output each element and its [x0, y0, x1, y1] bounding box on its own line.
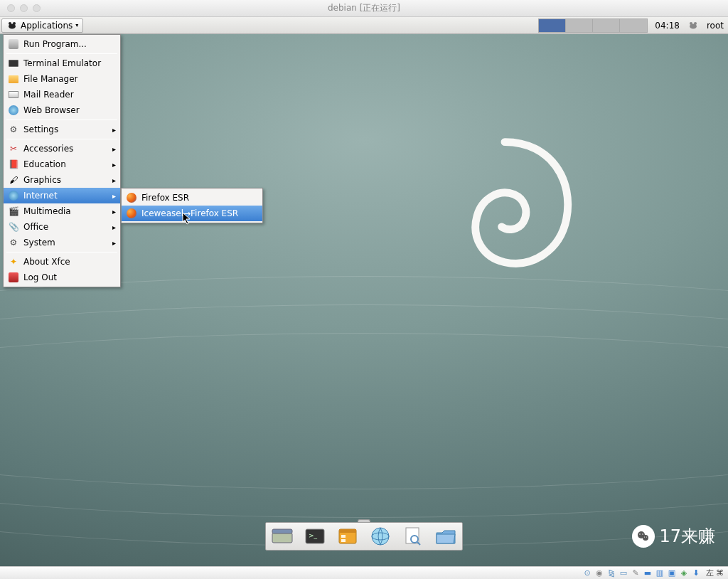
menu-label: Office — [23, 222, 48, 232]
svg-rect-12 — [272, 533, 292, 543]
svg-line-24 — [417, 542, 420, 545]
system-icon: ⚙ — [8, 237, 19, 248]
wechat-icon — [632, 525, 655, 548]
workspace-3[interactable] — [593, 19, 620, 32]
menu-separator — [6, 252, 117, 253]
video-icon[interactable]: ▣ — [667, 568, 678, 578]
menu-web-browser[interactable]: Web Browser — [4, 102, 120, 118]
menu-label: About Xfce — [23, 257, 70, 267]
svg-point-7 — [643, 535, 648, 541]
chevron-right-icon — [112, 124, 116, 134]
svg-rect-18 — [341, 535, 346, 538]
chevron-right-icon — [112, 222, 116, 232]
folder-icon — [8, 73, 19, 85]
menu-internet[interactable]: Internet — [4, 188, 120, 203]
dock-file-manager[interactable] — [334, 526, 361, 547]
menu-settings[interactable]: ⚙ Settings — [4, 122, 120, 137]
min-dot[interactable] — [20, 4, 28, 12]
menu-accessories[interactable]: ✂ Accessories — [4, 141, 120, 156]
watermark-text: 17来赚 — [659, 525, 715, 548]
svg-point-9 — [643, 533, 644, 535]
optical-icon[interactable]: ◉ — [594, 568, 605, 578]
menu-label: Accessories — [23, 144, 73, 154]
svg-point-20 — [372, 528, 389, 545]
menu-chevron-icon: ▾ — [75, 22, 78, 28]
chevron-right-icon — [112, 159, 116, 169]
dock-home-folder[interactable] — [432, 526, 459, 547]
workspace-4[interactable] — [620, 19, 647, 32]
menu-terminal[interactable]: Terminal Emulator — [4, 55, 120, 71]
menu-label: Mail Reader — [23, 90, 74, 100]
zoom-dot[interactable] — [33, 4, 41, 12]
audio-icon[interactable]: ✎ — [631, 568, 641, 578]
dock-find[interactable] — [400, 526, 427, 547]
network-icon[interactable]: ▥ — [655, 568, 665, 578]
action-button-icon[interactable] — [687, 19, 700, 32]
shared-folder-icon[interactable]: ▭ — [619, 568, 629, 578]
menu-about-xfce[interactable]: ✦ About Xfce — [4, 254, 120, 270]
workspace-2[interactable] — [566, 19, 593, 32]
submenu-firefox-esr[interactable]: Firefox ESR — [122, 190, 262, 206]
applications-menu-button[interactable]: Applications ▾ — [1, 18, 83, 33]
chevron-right-icon — [112, 144, 116, 154]
host-key-label: 左 ⌘ — [706, 568, 724, 578]
menu-graphics[interactable]: 🖌 Graphics — [4, 172, 120, 188]
xfce-mouse-icon — [6, 20, 18, 31]
recording-icon[interactable]: ◈ — [679, 568, 690, 578]
menu-mail-reader[interactable]: Mail Reader — [4, 87, 120, 102]
chevron-right-icon — [112, 238, 116, 248]
firefox-icon — [126, 208, 137, 219]
svg-rect-17 — [339, 529, 356, 533]
chevron-right-icon — [112, 191, 116, 201]
dock-show-desktop[interactable] — [269, 526, 296, 547]
host-titlebar: debian [正在运行] — [0, 0, 728, 17]
menu-multimedia[interactable]: 🎬 Multimedia — [4, 203, 120, 219]
svg-point-8 — [640, 533, 641, 535]
dock-terminal[interactable]: >_ — [301, 526, 328, 547]
menu-label: Run Program... — [23, 39, 87, 49]
education-icon: 📕 — [8, 159, 19, 170]
display-icon[interactable]: ▬ — [643, 568, 653, 578]
accessories-icon: ✂ — [8, 143, 19, 154]
menu-office[interactable]: 📎 Office — [4, 219, 120, 235]
mail-icon — [8, 89, 19, 100]
dock-web-browser[interactable] — [367, 526, 394, 547]
bottom-dock: >_ — [265, 519, 463, 551]
svg-rect-13 — [272, 529, 292, 533]
panel-user[interactable]: root — [707, 21, 724, 31]
menu-label: Log Out — [23, 272, 57, 282]
multimedia-icon: 🎬 — [8, 206, 19, 217]
close-dot[interactable] — [7, 4, 15, 12]
menu-label: Multimedia — [23, 206, 71, 216]
menu-separator — [6, 53, 117, 54]
workspace-1[interactable] — [539, 19, 566, 32]
panel-clock[interactable]: 04:18 — [655, 21, 680, 31]
menu-label: System — [23, 238, 55, 248]
svg-rect-19 — [341, 539, 346, 542]
menu-label: Terminal Emulator — [23, 58, 101, 68]
mouse-cursor — [182, 212, 192, 227]
menu-log-out[interactable]: Log Out — [4, 270, 120, 285]
disk-icon[interactable]: ⊙ — [582, 568, 593, 578]
globe-icon — [8, 105, 19, 116]
terminal-icon — [8, 58, 19, 69]
workspace-switcher[interactable] — [538, 18, 648, 33]
applications-label: Applications — [21, 21, 73, 31]
menu-file-manager[interactable]: File Manager — [4, 71, 120, 87]
svg-point-2 — [13, 22, 16, 25]
menu-label: Web Browser — [23, 105, 80, 115]
svg-point-4 — [690, 22, 692, 25]
gear-icon: ⚙ — [8, 124, 19, 135]
menu-education[interactable]: 📕 Education — [4, 156, 120, 172]
capture-icon[interactable]: ⬇ — [691, 568, 702, 578]
graphics-icon: 🖌 — [8, 174, 19, 186]
star-icon: ✦ — [8, 256, 19, 267]
menu-run-program[interactable]: Run Program... — [4, 36, 120, 52]
submenu-iceweasel[interactable]: Iceweasel→Firefox ESR — [122, 206, 262, 221]
menu-system[interactable]: ⚙ System — [4, 235, 120, 250]
svg-point-10 — [644, 536, 645, 537]
usb-icon[interactable]: ⧎ — [606, 568, 617, 578]
internet-icon — [8, 190, 19, 201]
host-window-title: debian [正在运行] — [328, 2, 400, 14]
svg-point-11 — [646, 536, 647, 537]
